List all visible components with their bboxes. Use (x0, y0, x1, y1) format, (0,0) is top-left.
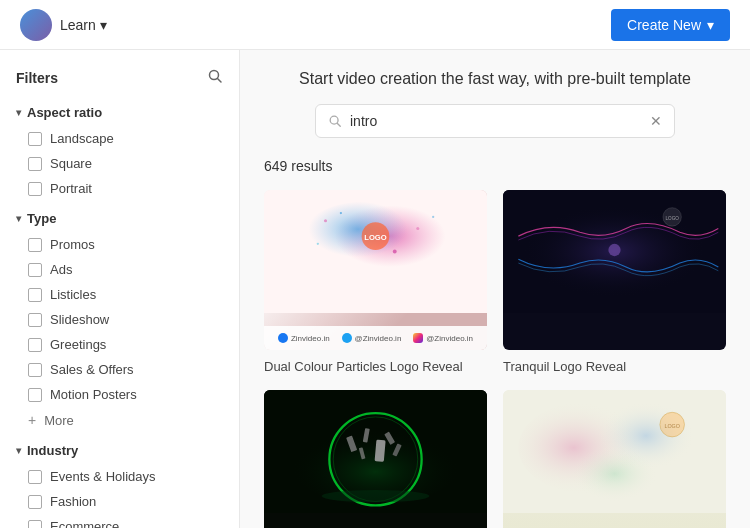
landscape-label: Landscape (50, 131, 114, 146)
sidebar: Filters ▾ Aspect ratio Landscape Square (0, 50, 240, 528)
create-new-label: Create New (627, 17, 701, 33)
learn-chevron: ▾ (100, 17, 107, 33)
main-content: Start video creation the fast way, with … (240, 50, 750, 528)
header: Learn ▾ Create New ▾ (0, 0, 750, 50)
ecommerce-label: Ecommerce (50, 519, 119, 528)
type-title: Type (27, 211, 56, 226)
learn-label: Learn (60, 17, 96, 33)
facebook-social: Zinvideo.in (278, 333, 330, 343)
more-label: More (44, 413, 74, 428)
template-card-1[interactable]: LOGO Tranquil Logo Reveal (503, 190, 726, 374)
events-label: Events & Holidays (50, 469, 156, 484)
filter-greetings[interactable]: Greetings (0, 332, 239, 357)
filter-landscape[interactable]: Landscape (0, 126, 239, 151)
motion-checkbox[interactable] (28, 388, 42, 402)
filters-title: Filters (16, 70, 58, 86)
plus-icon: + (28, 412, 36, 428)
svg-point-30 (322, 490, 430, 502)
industry-title: Industry (27, 443, 78, 458)
events-checkbox[interactable] (28, 470, 42, 484)
promos-checkbox[interactable] (28, 238, 42, 252)
search-icon (207, 68, 223, 84)
fashion-checkbox[interactable] (28, 495, 42, 509)
template-thumb-0: LOGO Zinvideo.in @Zinvideo.in (264, 190, 487, 350)
filter-slideshow[interactable]: Slideshow (0, 307, 239, 332)
greetings-checkbox[interactable] (28, 338, 42, 352)
type-toggle[interactable]: ▾ Type (0, 205, 239, 232)
slideshow-checkbox[interactable] (28, 313, 42, 327)
industry-toggle[interactable]: ▾ Industry (0, 437, 239, 464)
svg-line-3 (337, 123, 340, 126)
collapse-icon: ▾ (16, 107, 21, 118)
svg-text:LOGO: LOGO (666, 216, 680, 221)
svg-point-34 (561, 432, 669, 501)
svg-point-10 (432, 216, 434, 218)
search-input[interactable] (350, 113, 642, 129)
svg-point-9 (416, 227, 419, 230)
create-new-button[interactable]: Create New ▾ (611, 9, 730, 41)
filter-ecommerce[interactable]: Ecommerce (0, 514, 239, 528)
landscape-checkbox[interactable] (28, 132, 42, 146)
template-card-3[interactable]: LOGO Coloured Smoke Logo Reveal (503, 390, 726, 528)
templates-grid: LOGO Zinvideo.in @Zinvideo.in (264, 190, 726, 528)
tranquil-art: LOGO (503, 190, 726, 313)
filter-ads[interactable]: Ads (0, 257, 239, 282)
app-logo (20, 9, 52, 41)
svg-point-11 (393, 250, 397, 254)
results-count: 649 results (264, 158, 726, 174)
promos-label: Promos (50, 237, 95, 252)
svg-point-12 (317, 243, 319, 245)
portrait-label: Portrait (50, 181, 92, 196)
ads-checkbox[interactable] (28, 263, 42, 277)
filter-square[interactable]: Square (0, 151, 239, 176)
smoke-art: LOGO (503, 390, 726, 513)
ads-label: Ads (50, 262, 72, 277)
svg-text:LOGO: LOGO (664, 423, 680, 429)
sales-checkbox[interactable] (28, 363, 42, 377)
template-thumb-1: LOGO (503, 190, 726, 350)
header-left: Learn ▾ (20, 9, 107, 41)
motion-label: Motion Posters (50, 387, 137, 402)
template-thumb-2 (264, 390, 487, 528)
template-thumb-3: LOGO (503, 390, 726, 528)
square-checkbox[interactable] (28, 157, 42, 171)
type-collapse-icon: ▾ (16, 213, 21, 224)
type-section: ▾ Type Promos Ads Listicles Slideshow (0, 205, 239, 433)
search-bar: ✕ (315, 104, 675, 138)
create-new-chevron: ▾ (707, 17, 714, 33)
industry-collapse-icon: ▾ (16, 445, 21, 456)
type-more[interactable]: + More (0, 407, 239, 433)
template-card-0[interactable]: LOGO Zinvideo.in @Zinvideo.in (264, 190, 487, 374)
filter-motion-posters[interactable]: Motion Posters (0, 382, 239, 407)
ecommerce-checkbox[interactable] (28, 520, 42, 529)
filter-portrait[interactable]: Portrait (0, 176, 239, 201)
aspect-ratio-toggle[interactable]: ▾ Aspect ratio (0, 99, 239, 126)
listicles-checkbox[interactable] (28, 288, 42, 302)
page-heading: Start video creation the fast way, with … (264, 70, 726, 88)
filter-promos[interactable]: Promos (0, 232, 239, 257)
filter-sales-offers[interactable]: Sales & Offers (0, 357, 239, 382)
tw-text: @Zinvideo.in (355, 334, 402, 343)
ig-text: @Zinvideo.in (426, 334, 473, 343)
svg-point-8 (340, 212, 342, 214)
fashion-label: Fashion (50, 494, 96, 509)
search-clear-button[interactable]: ✕ (650, 113, 662, 129)
template-label-1: Tranquil Logo Reveal (503, 359, 626, 374)
sales-label: Sales & Offers (50, 362, 134, 377)
aspect-ratio-title: Aspect ratio (27, 105, 102, 120)
particles-art: LOGO (264, 190, 487, 313)
industry-section: ▾ Industry Events & Holidays Fashion Eco… (0, 437, 239, 528)
instagram-icon (413, 333, 423, 343)
portrait-checkbox[interactable] (28, 182, 42, 196)
layout: Filters ▾ Aspect ratio Landscape Square (0, 50, 750, 528)
listicles-label: Listicles (50, 287, 96, 302)
filter-events-holidays[interactable]: Events & Holidays (0, 464, 239, 489)
filter-listicles[interactable]: Listicles (0, 282, 239, 307)
learn-button[interactable]: Learn ▾ (60, 17, 107, 33)
sidebar-search-button[interactable] (207, 68, 223, 87)
filter-fashion[interactable]: Fashion (0, 489, 239, 514)
aspect-ratio-section: ▾ Aspect ratio Landscape Square Portrait (0, 99, 239, 201)
svg-point-7 (324, 219, 327, 222)
svg-point-17 (608, 244, 620, 256)
template-card-2[interactable]: 3D FPS gaming intro (264, 390, 487, 528)
